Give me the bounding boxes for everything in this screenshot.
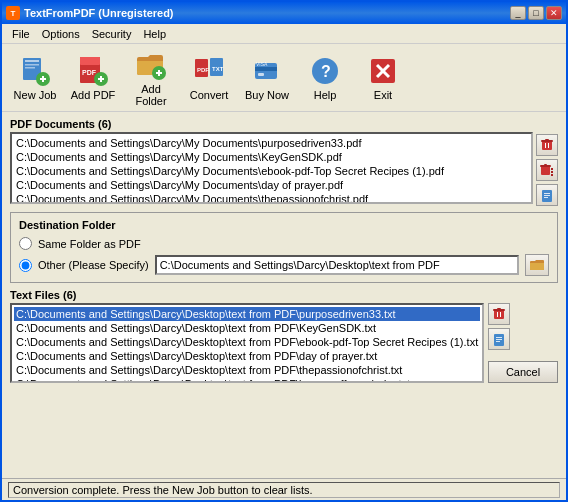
- add-pdf-label: Add PDF: [71, 89, 116, 101]
- menu-options[interactable]: Options: [36, 26, 86, 42]
- help-button[interactable]: ? Help: [298, 49, 352, 107]
- text-files-listbox[interactable]: C:\Documents and Settings\Darcy\Desktop\…: [10, 303, 484, 383]
- exit-label: Exit: [374, 89, 392, 101]
- add-folder-button[interactable]: Add Folder: [124, 49, 178, 107]
- svg-rect-8: [80, 57, 100, 65]
- svg-text:PDF: PDF: [82, 69, 97, 76]
- svg-rect-35: [541, 166, 550, 175]
- svg-rect-45: [494, 310, 504, 319]
- same-folder-row: Same Folder as PDF: [19, 237, 549, 250]
- svg-rect-2: [25, 64, 39, 66]
- new-job-button[interactable]: New Job: [8, 49, 62, 107]
- svg-rect-32: [545, 139, 549, 141]
- maximize-button[interactable]: □: [528, 6, 544, 20]
- svg-rect-39: [551, 171, 553, 173]
- remove-txt-button[interactable]: [488, 303, 510, 325]
- title-bar-controls: _ □ ✕: [510, 6, 562, 20]
- list-item[interactable]: C:\Documents and Settings\Darcy\My Docum…: [14, 150, 529, 164]
- list-item[interactable]: C:\Documents and Settings\Darcy\My Docum…: [14, 164, 529, 178]
- other-folder-label[interactable]: Other (Please Specify): [38, 259, 149, 271]
- menu-help[interactable]: Help: [137, 26, 172, 42]
- list-item[interactable]: C:\Documents and Settings\Darcy\Desktop\…: [14, 363, 480, 377]
- add-pdf-icon: PDF: [77, 55, 109, 87]
- same-folder-label[interactable]: Same Folder as PDF: [38, 238, 141, 250]
- app-icon: T: [6, 6, 20, 20]
- cancel-container: Cancel: [488, 361, 558, 383]
- main-content: PDF Documents (6) C:\Documents and Setti…: [2, 112, 566, 478]
- remove-pdf-button[interactable]: [536, 134, 558, 156]
- svg-rect-47: [497, 308, 501, 310]
- new-job-icon: [19, 55, 51, 87]
- list-item[interactable]: C:\Documents and Settings\Darcy\My Docum…: [14, 178, 529, 192]
- pdf-listbox[interactable]: C:\Documents and Settings\Darcy\My Docum…: [10, 132, 533, 204]
- view-pdf-button[interactable]: [536, 184, 558, 206]
- svg-rect-34: [548, 143, 549, 148]
- svg-rect-22: [255, 67, 277, 71]
- browse-folder-button[interactable]: [525, 254, 549, 276]
- list-item[interactable]: C:\Documents and Settings\Darcy\My Docum…: [14, 192, 529, 204]
- add-folder-label: Add Folder: [127, 83, 175, 107]
- list-item[interactable]: C:\Documents and Settings\Darcy\Desktop\…: [14, 307, 480, 321]
- cancel-button[interactable]: Cancel: [488, 361, 558, 383]
- svg-rect-42: [544, 193, 550, 194]
- remove-all-pdf-button[interactable]: [536, 159, 558, 181]
- svg-rect-15: [158, 70, 160, 76]
- same-folder-radio[interactable]: [19, 237, 32, 250]
- help-label: Help: [314, 89, 337, 101]
- svg-rect-44: [544, 197, 548, 198]
- svg-rect-37: [544, 164, 547, 166]
- status-text: Conversion complete. Press the New Job b…: [13, 484, 313, 496]
- pdf-listbox-container: C:\Documents and Settings\Darcy\My Docum…: [10, 132, 558, 206]
- buy-now-button[interactable]: VISA Buy Now: [240, 49, 294, 107]
- convert-label: Convert: [190, 89, 229, 101]
- svg-rect-23: [258, 73, 264, 76]
- menu-file[interactable]: File: [6, 26, 36, 42]
- minimize-button[interactable]: _: [510, 6, 526, 20]
- svg-text:PDF: PDF: [197, 67, 209, 73]
- text-list-buttons: [488, 303, 558, 350]
- menu-security[interactable]: Security: [86, 26, 138, 42]
- list-item[interactable]: C:\Documents and Settings\Darcy\Desktop\…: [14, 377, 480, 383]
- svg-rect-43: [544, 195, 550, 196]
- menu-bar: File Options Security Help: [2, 24, 566, 44]
- destination-section: Destination Folder Same Folder as PDF Ot…: [10, 212, 558, 283]
- list-item[interactable]: C:\Documents and Settings\Darcy\Desktop\…: [14, 321, 480, 335]
- svg-rect-33: [545, 143, 546, 148]
- svg-rect-40: [551, 174, 553, 176]
- svg-rect-30: [542, 141, 552, 150]
- main-window: T TextFromPDF (Unregistered) _ □ ✕ File …: [0, 0, 568, 502]
- svg-rect-3: [25, 67, 35, 69]
- text-files-row: C:\Documents and Settings\Darcy\Desktop\…: [10, 303, 558, 383]
- destination-path-input[interactable]: [155, 255, 519, 275]
- svg-rect-12: [100, 76, 102, 82]
- close-button[interactable]: ✕: [546, 6, 562, 20]
- other-folder-row: Other (Please Specify): [19, 254, 549, 276]
- help-icon: ?: [309, 55, 341, 87]
- list-item[interactable]: C:\Documents and Settings\Darcy\Desktop\…: [14, 349, 480, 363]
- exit-button[interactable]: Exit: [356, 49, 410, 107]
- svg-rect-53: [496, 341, 500, 342]
- convert-button[interactable]: PDF TXT Convert: [182, 49, 236, 107]
- svg-rect-48: [497, 312, 498, 317]
- buy-now-icon: VISA: [251, 55, 283, 87]
- other-folder-radio[interactable]: [19, 259, 32, 272]
- add-pdf-button[interactable]: PDF Add PDF: [66, 49, 120, 107]
- pdf-documents-section: PDF Documents (6) C:\Documents and Setti…: [10, 118, 558, 206]
- text-list-right: Cancel: [488, 303, 558, 383]
- buy-now-label: Buy Now: [245, 89, 289, 101]
- svg-rect-6: [42, 76, 44, 82]
- title-bar: T TextFromPDF (Unregistered) _ □ ✕: [2, 2, 566, 24]
- list-item[interactable]: C:\Documents and Settings\Darcy\My Docum…: [14, 136, 529, 150]
- toolbar: New Job PDF Add PDF: [2, 44, 566, 112]
- svg-rect-49: [500, 312, 501, 317]
- svg-rect-38: [551, 168, 553, 170]
- list-item[interactable]: C:\Documents and Settings\Darcy\Desktop\…: [14, 335, 480, 349]
- status-panel: Conversion complete. Press the New Job b…: [8, 482, 560, 498]
- svg-text:?: ?: [321, 63, 331, 80]
- exit-icon: [367, 55, 399, 87]
- add-folder-icon: [135, 49, 167, 81]
- new-job-label: New Job: [14, 89, 57, 101]
- status-bar: Conversion complete. Press the New Job b…: [2, 478, 566, 500]
- view-txt-button[interactable]: [488, 328, 510, 350]
- svg-rect-1: [25, 60, 39, 62]
